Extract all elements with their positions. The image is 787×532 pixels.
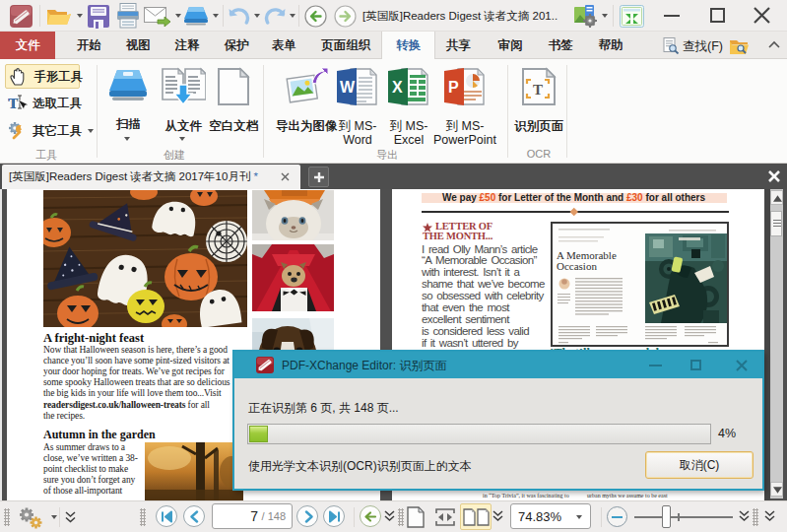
svg-text:W: W [340, 79, 356, 96]
svg-text:T: T [8, 96, 18, 111]
svg-text:X: X [392, 79, 403, 96]
svg-text:T: T [533, 82, 543, 98]
svg-text:P: P [448, 79, 459, 96]
svg-text:Occasion: Occasion [557, 260, 597, 272]
